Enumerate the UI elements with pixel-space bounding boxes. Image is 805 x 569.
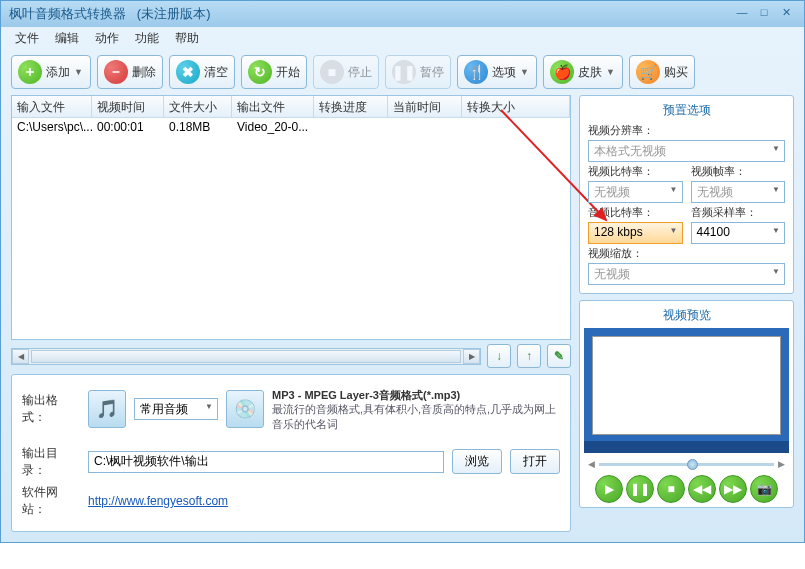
th-input[interactable]: 输入文件 [12, 96, 92, 117]
scroll-left-icon[interactable]: ◀ [12, 349, 29, 364]
vbit-select[interactable]: 无视频 [588, 181, 683, 203]
menu-help[interactable]: 帮助 [167, 28, 207, 49]
prev-button[interactable]: ◀◀ [688, 475, 716, 503]
plus-icon: ＋ [18, 60, 42, 84]
minus-icon: － [104, 60, 128, 84]
add-button[interactable]: ＋添加▼ [11, 55, 91, 89]
slider-right-icon: ▶ [778, 459, 785, 469]
skin-button[interactable]: 🍎皮肤▼ [543, 55, 623, 89]
preset-title: 预置选项 [588, 102, 785, 119]
preset-panel: 预置选项 视频分辨率： 本格式无视频 视频比特率： 视频帧率： 无视频 无视频 … [579, 95, 794, 294]
preview-panel: 视频预览 ◀ ▶ ▶ ❚❚ ■ ◀◀ ▶▶ 📷 [579, 300, 794, 508]
vzoom-label: 视频缩放： [588, 246, 785, 261]
music-icon: 🎵 [88, 390, 126, 428]
file-table[interactable]: 输入文件 视频时间 文件大小 输出文件 转换进度 当前时间 转换大小 C:\Us… [11, 95, 571, 340]
vfps-select[interactable]: 无视频 [691, 181, 786, 203]
slider-left-icon: ◀ [588, 459, 595, 469]
edit-list-button[interactable]: ✎ [547, 344, 571, 368]
website-link[interactable]: http://www.fengyesoft.com [88, 494, 228, 508]
output-panel: 输出格式： 🎵 常用音频 💿 MP3 - MPEG Layer-3音频格式(*.… [11, 374, 571, 532]
browse-button[interactable]: 浏览 [452, 449, 502, 474]
asample-label: 音频采样率： [691, 205, 786, 220]
menu-function[interactable]: 功能 [127, 28, 167, 49]
vres-label: 视频分辨率： [588, 123, 785, 138]
th-vtime[interactable]: 视频时间 [92, 96, 164, 117]
minimize-button[interactable]: — [732, 6, 752, 22]
dir-label: 输出目录： [22, 445, 80, 479]
site-label: 软件网站： [22, 484, 80, 518]
horizontal-scrollbar[interactable]: ◀ ▶ [11, 348, 481, 365]
preview-thumbnail [584, 328, 789, 453]
app-title-suffix: (未注册版本) [137, 6, 211, 21]
seek-slider[interactable] [599, 463, 774, 466]
abit-select[interactable]: 128 kbps [588, 222, 683, 244]
format-category-select[interactable]: 常用音频 [134, 398, 218, 420]
disc-icon: 💿 [226, 390, 264, 428]
vfps-label: 视频帧率： [691, 164, 786, 179]
clear-icon: ✖ [176, 60, 200, 84]
clear-button[interactable]: ✖清空 [169, 55, 235, 89]
scroll-right-icon[interactable]: ▶ [463, 349, 480, 364]
cart-icon: 🛒 [636, 60, 660, 84]
stop-icon: ■ [320, 60, 344, 84]
snapshot-button[interactable]: 📷 [750, 475, 778, 503]
menubar: 文件 编辑 动作 功能 帮助 [1, 27, 804, 49]
chevron-down-icon[interactable]: ▼ [606, 67, 616, 77]
move-up-button[interactable]: ↑ [517, 344, 541, 368]
format-label: 输出格式： [22, 392, 80, 426]
slider-thumb[interactable] [687, 459, 698, 470]
toolbar: ＋添加▼ －删除 ✖清空 ↻开始 ■停止 ❚❚暂停 🍴选项▼ 🍎皮肤▼ 🛒购买 [1, 49, 804, 95]
pause-icon: ❚❚ [392, 60, 416, 84]
buy-button[interactable]: 🛒购买 [629, 55, 695, 89]
menu-edit[interactable]: 编辑 [47, 28, 87, 49]
refresh-icon: ↻ [248, 60, 272, 84]
th-convsize[interactable]: 转换大小 [462, 96, 570, 117]
utensils-icon: 🍴 [464, 60, 488, 84]
preview-title: 视频预览 [584, 307, 789, 324]
format-name: MP3 - MPEG Layer-3音频格式(*.mp3) [272, 388, 560, 402]
menu-file[interactable]: 文件 [7, 28, 47, 49]
pause-button[interactable]: ❚❚暂停 [385, 55, 451, 89]
move-down-button[interactable]: ↓ [487, 344, 511, 368]
table-row[interactable]: C:\Users\pc\... 00:00:01 0.18MB Video_20… [12, 118, 570, 138]
th-size[interactable]: 文件大小 [164, 96, 232, 117]
start-button[interactable]: ↻开始 [241, 55, 307, 89]
vbit-label: 视频比特率： [588, 164, 683, 179]
th-curtime[interactable]: 当前时间 [388, 96, 462, 117]
play-button[interactable]: ▶ [595, 475, 623, 503]
chevron-down-icon[interactable]: ▼ [520, 67, 530, 77]
chevron-down-icon[interactable]: ▼ [74, 67, 84, 77]
pause-preview-button[interactable]: ❚❚ [626, 475, 654, 503]
options-button[interactable]: 🍴选项▼ [457, 55, 537, 89]
stop-preview-button[interactable]: ■ [657, 475, 685, 503]
open-button[interactable]: 打开 [510, 449, 560, 474]
delete-button[interactable]: －删除 [97, 55, 163, 89]
scroll-thumb[interactable] [31, 350, 461, 363]
output-dir-input[interactable] [88, 451, 444, 473]
vzoom-select[interactable]: 无视频 [588, 263, 785, 285]
maximize-button[interactable]: □ [754, 6, 774, 22]
titlebar: 枫叶音频格式转换器 (未注册版本) — □ ✕ [1, 1, 804, 27]
asample-select[interactable]: 44100 [691, 222, 786, 244]
next-button[interactable]: ▶▶ [719, 475, 747, 503]
th-output[interactable]: 输出文件 [232, 96, 314, 117]
vres-select[interactable]: 本格式无视频 [588, 140, 785, 162]
app-title: 枫叶音频格式转换器 [9, 6, 126, 21]
th-progress[interactable]: 转换进度 [314, 96, 388, 117]
apple-icon: 🍎 [550, 60, 574, 84]
menu-action[interactable]: 动作 [87, 28, 127, 49]
abit-label: 音频比特率： [588, 205, 683, 220]
format-desc: 最流行的音频格式,具有体积小,音质高的特点,几乎成为网上音乐的代名词 [272, 402, 560, 431]
close-button[interactable]: ✕ [776, 6, 796, 22]
stop-button[interactable]: ■停止 [313, 55, 379, 89]
table-header: 输入文件 视频时间 文件大小 输出文件 转换进度 当前时间 转换大小 [12, 96, 570, 118]
